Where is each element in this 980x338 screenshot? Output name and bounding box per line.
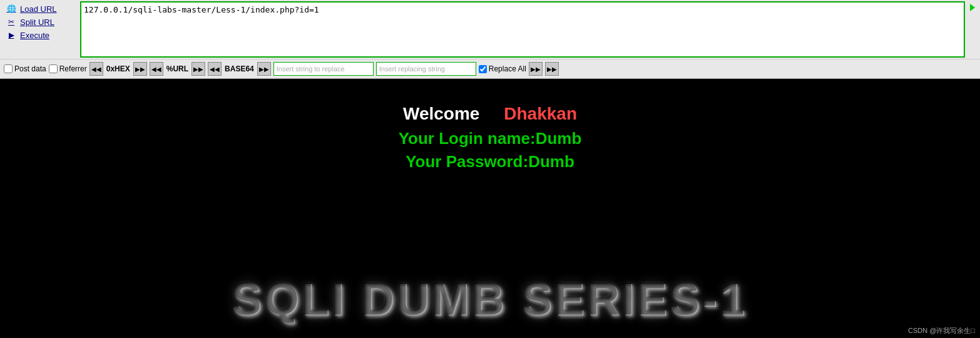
url-encode-group: ◀◀ %URL ▶▶	[150, 62, 205, 76]
welcome-section: Welcome Dhakkan Your Login name:Dumb You…	[399, 104, 582, 172]
replace-all-checkbox[interactable]	[479, 65, 487, 73]
password-line: Your Password:Dumb	[399, 152, 582, 172]
insert-string-to-replace-input[interactable]	[273, 62, 374, 76]
page-wrapper: 🌐 Load URL ✂ Split URL ▶ Execute 127.0.0…	[0, 0, 980, 338]
sqli-title: SQLI DUMB SERIES-1	[232, 274, 748, 325]
replace-all-label: Replace All	[489, 64, 526, 73]
insert-replacing-string-input[interactable]	[376, 62, 476, 76]
post-data-label: Post data	[14, 64, 46, 73]
url-label: %URL	[164, 64, 191, 73]
base64-encode-group: ◀◀ BASE64 ▶▶	[208, 62, 271, 76]
split-url-label: Split URL	[20, 18, 54, 27]
welcome-text: Welcome	[403, 104, 479, 123]
url-left-arrow-button[interactable]: ◀◀	[150, 62, 163, 76]
post-replace-right-arrow-button[interactable]: ▶▶	[545, 62, 559, 76]
csdn-watermark: CSDN @许我写余生□	[908, 326, 975, 335]
load-url-icon: 🌐	[6, 4, 16, 14]
hex-label: 0xHEX	[104, 64, 133, 73]
url-area: 127.0.0.1/sqli-labs-master/Less-1/index.…	[80, 1, 965, 58]
user-name: Dhakkan	[504, 104, 577, 123]
toolbar: 🌐 Load URL ✂ Split URL ▶ Execute 127.0.0…	[0, 0, 980, 79]
referrer-checkbox[interactable]	[49, 64, 58, 73]
welcome-line: Welcome Dhakkan	[399, 104, 582, 124]
execute-label: Execute	[20, 31, 49, 40]
toolbar-row2: Post data Referrer ◀◀ 0xHEX ▶▶ ◀◀ %URL ▶…	[0, 59, 980, 78]
hex-left-arrow-button[interactable]: ◀◀	[89, 62, 103, 76]
toolbar-row1: 🌐 Load URL ✂ Split URL ▶ Execute 127.0.0…	[0, 0, 980, 59]
hex-right-arrow-button[interactable]: ▶▶	[133, 62, 147, 76]
url-input[interactable]: 127.0.0.1/sqli-labs-master/Less-1/index.…	[80, 1, 965, 58]
replace-all-area: Replace All	[479, 64, 526, 73]
url-right-arrow-button[interactable]: ▶▶	[191, 62, 205, 76]
post-replace-left-arrow-button[interactable]: ▶▶	[529, 62, 543, 76]
post-data-checkbox-item: Post data	[4, 64, 46, 73]
referrer-checkbox-item: Referrer	[49, 64, 87, 73]
load-url-button[interactable]: 🌐 Load URL	[3, 3, 78, 15]
hex-encode-group: ◀◀ 0xHEX ▶▶	[89, 62, 147, 76]
base64-label: BASE64	[222, 64, 257, 73]
referrer-label: Referrer	[59, 64, 87, 73]
login-name-line: Your Login name:Dumb	[399, 129, 582, 148]
nav-buttons: 🌐 Load URL ✂ Split URL ▶ Execute	[3, 1, 78, 41]
post-data-checkbox[interactable]	[4, 64, 13, 73]
execute-button[interactable]: ▶ Execute	[3, 29, 78, 41]
base64-left-arrow-button[interactable]: ◀◀	[208, 62, 222, 76]
base64-right-arrow-button[interactable]: ▶▶	[257, 62, 271, 76]
split-url-button[interactable]: ✂ Split URL	[3, 16, 78, 28]
split-url-icon: ✂	[6, 17, 16, 27]
load-url-label: Load URL	[20, 4, 57, 14]
side-indicator	[967, 1, 977, 14]
execute-icon: ▶	[6, 30, 16, 40]
main-content: Welcome Dhakkan Your Login name:Dumb You…	[0, 79, 980, 338]
green-triangle-icon	[970, 4, 975, 11]
